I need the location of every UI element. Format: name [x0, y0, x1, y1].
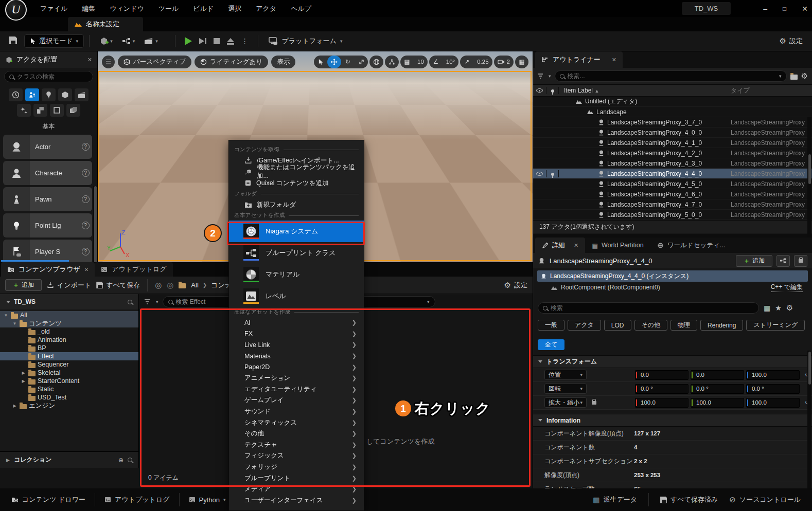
add-content-button[interactable]: ＋追加 — [5, 279, 42, 291]
tree-expand-arrow[interactable]: ▶ — [21, 371, 26, 375]
filter-icon[interactable] — [537, 73, 545, 79]
category-basic-icon[interactable] — [25, 88, 39, 101]
close-icon[interactable]: ✕ — [574, 242, 578, 249]
information-section-header[interactable]: Information — [533, 414, 812, 427]
tree-item-エンジン[interactable]: ▶エンジン — [0, 402, 138, 410]
close-icon[interactable]: ✕ — [612, 57, 616, 63]
camera-speed-button[interactable]: 2 — [494, 56, 514, 68]
menu-item[interactable]: 機能またはコンテンツパックを追加... — [229, 166, 364, 177]
scale-snap-toggle[interactable]: ↗ — [460, 56, 473, 68]
outliner-row[interactable]: Untitled (エディタ) — [533, 97, 812, 107]
world-settings-tab[interactable]: ワールドセッティ... — [650, 238, 732, 253]
filter-pill-all[interactable]: 全て — [538, 339, 564, 350]
filter-pill-一般[interactable]: 一般 — [538, 320, 564, 331]
python-console-button[interactable]: Python▾ — [183, 492, 228, 507]
transform-value-input[interactable]: 0.0 — [635, 370, 689, 380]
outliner-row[interactable]: LandscapeStreamingProxy_4_4_0LandscapeSt… — [533, 169, 812, 179]
filter-pill-アクタ[interactable]: アクタ — [568, 320, 601, 331]
details-search-input[interactable]: 検索 — [538, 302, 759, 314]
filter-pill-物理[interactable]: 物理 — [670, 320, 697, 331]
transform-value-input[interactable]: 0.0 ° — [635, 384, 689, 394]
forward-button[interactable]: ◎ — [167, 281, 173, 290]
filter-pill-rendering[interactable]: Rendering — [700, 320, 743, 331]
menu-item-フィジックス[interactable]: フィジックス❯ — [229, 450, 364, 462]
select-tool-button[interactable] — [314, 56, 327, 68]
editor-settings-button[interactable]: ⚙ 設定 — [780, 36, 803, 46]
search-icon[interactable] — [128, 458, 132, 462]
tree-expand-arrow[interactable]: ▼ — [3, 313, 9, 318]
outliner-row[interactable]: LandscapeStreamingProxy_4_1_0LandscapeSt… — [533, 138, 812, 148]
menu-item-フォリッジ[interactable]: フォリッジ❯ — [229, 462, 364, 473]
menubar-item-ツール[interactable]: ツール — [158, 4, 179, 13]
level-tab[interactable]: 名称未設定 — [68, 17, 143, 31]
scale-lock-icon[interactable] — [587, 399, 596, 406]
filter-pill-その他[interactable]: その他 — [634, 320, 668, 331]
type-column[interactable]: タイプ — [731, 86, 812, 95]
category-shapes-icon[interactable] — [58, 88, 72, 101]
play-options-kebab-icon[interactable]: ⋮ — [241, 37, 249, 45]
transform-value-input[interactable]: 0.0 — [691, 370, 744, 380]
help-icon[interactable]: ? — [79, 135, 92, 159]
transform-type-dropdown[interactable]: 回転▾ — [544, 384, 587, 394]
place-item-pawn[interactable]: Pawn? — [3, 187, 92, 211]
transform-value-input[interactable]: 100.0 — [635, 398, 689, 408]
derived-data-button[interactable]: ▦ 派生データ — [587, 492, 643, 507]
menu-item-fx[interactable]: FX❯ — [229, 328, 364, 340]
menu-item-テクスチャ[interactable]: テクスチャ❯ — [229, 440, 364, 451]
save-all-button[interactable]: すべて保存 — [96, 281, 140, 290]
root-component-row[interactable]: RootComponent (RootComponent0) C++ で編集 — [533, 282, 812, 293]
rotate-tool-button[interactable]: ↻ — [341, 56, 355, 68]
transform-value-input[interactable]: 100.0 — [746, 398, 800, 408]
tree-item-usd_test[interactable]: USD_Test — [0, 393, 138, 402]
lock-details-button[interactable] — [794, 255, 807, 267]
menubar-item-ビルド[interactable]: ビルド — [193, 4, 214, 13]
outliner-tab[interactable]: アウトライナー ✕ — [535, 51, 623, 68]
rotation-snap-value[interactable]: 10° — [443, 56, 458, 68]
favorites-icon[interactable]: ★ — [775, 304, 782, 312]
transform-value-input[interactable]: 100.0 — [746, 370, 800, 380]
menu-item-ai[interactable]: AI❯ — [229, 317, 364, 328]
back-button[interactable]: ◎ — [155, 281, 162, 290]
outliner-row[interactable]: LandscapeStreamingProxy_4_0_0LandscapeSt… — [533, 127, 812, 138]
category-volumes-icon[interactable] — [50, 104, 64, 117]
tree-expand-arrow[interactable]: ▼ — [12, 321, 17, 326]
tree-item-skeletal[interactable]: ▶Skeletal — [0, 369, 138, 377]
tree-item-bp[interactable]: BP — [0, 344, 138, 352]
menu-item-レベル[interactable]: レベル — [229, 285, 364, 307]
perspective-dropdown[interactable]: パースペクティブ — [118, 56, 191, 68]
menu-item-エディタユーティリティ[interactable]: エディタユーティリティ❯ — [229, 384, 364, 395]
menu-item-その他[interactable]: その他❯ — [229, 428, 364, 440]
menu-item-ユーザーインターフェイス[interactable]: ユーザーインターフェイス❯ — [229, 495, 364, 506]
pin-toggle[interactable] — [546, 170, 559, 177]
menubar-item-ヘルプ[interactable]: ヘルプ — [291, 4, 311, 13]
maximize-icon[interactable]: □ — [783, 5, 786, 12]
menu-item-ゲームプレイ[interactable]: ゲームプレイ❯ — [229, 395, 364, 406]
transform-value-input[interactable]: 100.0 — [691, 398, 744, 408]
menubar-item-選択[interactable]: 選択 — [228, 4, 241, 13]
grid-snap-toggle[interactable]: ▦ — [400, 56, 414, 68]
transform-type-dropdown[interactable]: 位置▾ — [544, 370, 587, 380]
place-item-characte[interactable]: Characte? — [3, 161, 92, 185]
mode-select-dropdown[interactable]: 選択モード▾ — [24, 34, 84, 48]
new-folder-icon[interactable] — [790, 75, 798, 80]
menu-item-シネマティックス[interactable]: シネマティックス❯ — [229, 417, 364, 428]
outliner-row[interactable]: LandscapeStreamingProxy_5_0_0LandscapeSt… — [533, 210, 812, 220]
menu-item-niagara[interactable]: Niagara システム — [229, 221, 364, 242]
grid-snap-value[interactable]: 10 — [414, 56, 428, 68]
menu-item-サウンド[interactable]: サウンド❯ — [229, 406, 364, 417]
tree-item-コンテンツ[interactable]: ▼コンテンツ — [0, 319, 138, 327]
cpp-edit-link[interactable]: C++ で編集 — [771, 283, 803, 292]
category-visual-effects-icon[interactable] — [17, 104, 31, 117]
outliner-row[interactable]: LandscapeStreamingProxy_4_3_0LandscapeSt… — [533, 158, 812, 169]
project-name[interactable]: TD_WS — [682, 2, 731, 15]
minimize-icon[interactable]: – — [763, 5, 767, 13]
tree-item-static[interactable]: Static — [0, 385, 138, 393]
category-recent-icon[interactable] — [9, 88, 23, 101]
tree-expand-arrow[interactable]: ▶ — [12, 404, 17, 408]
output-log-tab[interactable]: アウトプットログ — [95, 262, 172, 277]
menu-item-paper2d[interactable]: Paper2D❯ — [229, 361, 364, 373]
tree-item-animation[interactable]: Animation — [0, 336, 138, 344]
menubar-item-ファイル[interactable]: ファイル — [40, 4, 67, 13]
close-icon[interactable]: ✕ — [802, 5, 808, 13]
blueprints-dropdown[interactable]: ▾ — [122, 37, 135, 45]
